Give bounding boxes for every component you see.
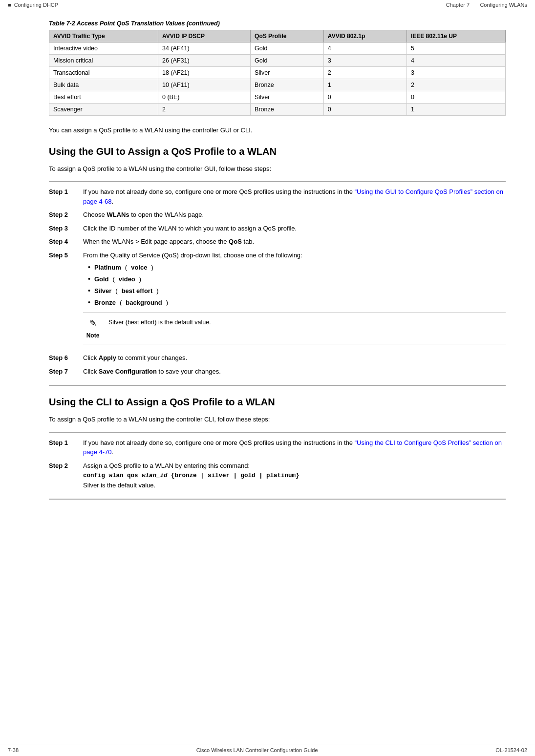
step-2-label: Step 2 [49, 210, 83, 220]
table-cell: 3 [323, 55, 407, 67]
step-3-row: Step 3 Click the ID number of the WLAN t… [49, 224, 506, 233]
step-5-row: Step 5 From the Quality of Service (QoS)… [49, 251, 506, 350]
table-cell: 0 [323, 104, 407, 116]
section1-heading: Using the GUI to Assign a QoS Profile to… [49, 146, 506, 157]
step-3-content: Click the ID number of the WLAN to which… [83, 224, 506, 233]
step-2-content: Choose WLANs to open the WLANs page. [83, 210, 506, 220]
code-block: config wlan qos wlan_id {bronze | silver… [83, 472, 300, 479]
table-row: Interactive video34 (AF41)Gold45 [49, 42, 506, 55]
header-bar: ■ Configuring DHCP Chapter 7 Configuring… [0, 0, 535, 10]
section2-steps: Step 1 If you have not already done so, … [49, 432, 506, 500]
table-cell: 2 [407, 79, 505, 91]
s2-step-2-row: Step 2 Assign a QoS profile to a WLAN by… [49, 461, 506, 490]
step-3-label: Step 3 [49, 224, 83, 233]
table-cell: Bronze [251, 79, 324, 91]
table-cell: 34 (AF41) [158, 42, 251, 55]
step-2-row: Step 2 Choose WLANs to open the WLANs pa… [49, 210, 506, 220]
note-icon-area: ✎ Note [83, 317, 103, 340]
table-cell: Silver [251, 91, 324, 104]
table-cell: 18 (AF21) [158, 67, 251, 79]
note-label: Note [86, 331, 100, 340]
section2-intro: To assign a QoS profile to a WLAN using … [49, 415, 506, 424]
s2-step-2-content: Assign a QoS profile to a WLAN by enteri… [83, 461, 506, 490]
intro-paragraph: You can assign a QoS profile to a WLAN u… [49, 126, 506, 135]
table-cell: 26 (AF31) [158, 55, 251, 67]
bullet-platinum: Platinum (voice) [88, 263, 506, 273]
qos-table: AVVID Traffic Type AVVID IP DSCP QoS Pro… [49, 30, 506, 116]
footer-page-number: 7-38 [8, 747, 19, 753]
table-row: Best effort0 (BE)Silver00 [49, 91, 506, 104]
table-header-row: AVVID Traffic Type AVVID IP DSCP QoS Pro… [49, 30, 506, 42]
table-cell: 0 [323, 91, 407, 104]
col-header-ip-dscp: AVVID IP DSCP [158, 30, 251, 42]
pencil-icon: ✎ [89, 317, 97, 330]
step-5-bullets: Platinum (voice) Gold (video) Silver (be… [88, 263, 506, 308]
header-right: Chapter 7 Configuring WLANs [446, 2, 527, 8]
table-cell: 4 [407, 55, 505, 67]
table-caption: Table 7-2 Access Point QoS Translation V… [49, 20, 506, 27]
note-box: ✎ Note Silver (best effort) is the defau… [83, 313, 506, 344]
bullet-bronze: Bronze (background) [88, 298, 506, 308]
step-6-bold: Apply [99, 354, 116, 361]
table-cell: Mission critical [49, 55, 158, 67]
table-cell: Bulk data [49, 79, 158, 91]
table-cell: Gold [251, 55, 324, 67]
table-cell: Scavenger [49, 104, 158, 116]
s2-step-2-label: Step 2 [49, 461, 83, 471]
header-section-label: Configuring DHCP [14, 2, 58, 8]
header-left: ■ Configuring DHCP [8, 2, 58, 8]
table-cell: Silver [251, 67, 324, 79]
table-cell: 2 [158, 104, 251, 116]
section1-steps: Step 1 If you have not already done so, … [49, 181, 506, 386]
step-5-label: Step 5 [49, 251, 83, 260]
col-header-qos-profile: QoS Profile [251, 30, 324, 42]
table-cell: Interactive video [49, 42, 158, 55]
main-content: Table 7-2 Access Point QoS Translation V… [0, 10, 535, 530]
table-cell: Gold [251, 42, 324, 55]
step-6-row: Step 6 Click Apply to commit your change… [49, 353, 506, 363]
table-row: Transactional18 (AF21)Silver23 [49, 67, 506, 79]
step-7-bold: Save Configuration [99, 368, 157, 375]
table-cell: 1 [407, 104, 505, 116]
step-4-bold: QoS [229, 238, 242, 245]
step-4-label: Step 4 [49, 237, 83, 247]
header-nav-icon: ■ [8, 2, 11, 8]
table-cell: 0 (BE) [158, 91, 251, 104]
step-2-bold: WLANs [107, 211, 129, 218]
note-text: Silver (best effort) is the default valu… [108, 317, 506, 327]
table-cell: 1 [323, 79, 407, 91]
table-cell: 4 [323, 42, 407, 55]
header-chapter: Chapter 7 [446, 2, 470, 8]
step-7-row: Step 7 Click Save Configuration to save … [49, 367, 506, 377]
table-cell: 5 [407, 42, 505, 55]
table-cell: 2 [323, 67, 407, 79]
section2-heading: Using the CLI to Assign a QoS Profile to… [49, 397, 506, 408]
table-row: Mission critical26 (AF31)Gold34 [49, 55, 506, 67]
table-body: Interactive video34 (AF41)Gold45Mission … [49, 42, 506, 116]
section1-intro: To assign a QoS profile to a WLAN using … [49, 164, 506, 174]
table-row: Bulk data10 (AF11)Bronze12 [49, 79, 506, 91]
table-cell: Best effort [49, 91, 158, 104]
table-cell: 3 [407, 67, 505, 79]
step-6-label: Step 6 [49, 353, 83, 363]
table-row: Scavenger2Bronze01 [49, 104, 506, 116]
step-7-label: Step 7 [49, 367, 83, 377]
col-header-ieee-8021e: IEEE 802.11e UP [407, 30, 505, 42]
col-header-avvid-8021p: AVVID 802.1p [323, 30, 407, 42]
table-cell: Bronze [251, 104, 324, 116]
code-italic: wlan_id [142, 472, 168, 479]
s2-step-1-content: If you have not already done so, configu… [83, 438, 506, 457]
s2-step-1-link[interactable]: “Using the CLI to Configure QoS Profiles… [83, 439, 502, 456]
step-1-link[interactable]: “Using the GUI to Configure QoS Profiles… [83, 188, 503, 205]
footer-center-text: Cisco Wireless LAN Controller Configurat… [196, 747, 318, 753]
footer-doc-number: OL-21524-02 [495, 747, 527, 753]
header-chapter-section: Configuring WLANs [480, 2, 527, 8]
col-header-traffic-type: AVVID Traffic Type [49, 30, 158, 42]
step-1-label: Step 1 [49, 187, 83, 197]
step-4-content: When the WLANs > Edit page appears, choo… [83, 237, 506, 247]
table-cell: Transactional [49, 67, 158, 79]
table-cell: 10 (AF11) [158, 79, 251, 91]
step-6-content: Click Apply to commit your changes. [83, 353, 506, 363]
s2-step-1-label: Step 1 [49, 438, 83, 448]
bullet-silver: Silver (best effort) [88, 286, 506, 296]
